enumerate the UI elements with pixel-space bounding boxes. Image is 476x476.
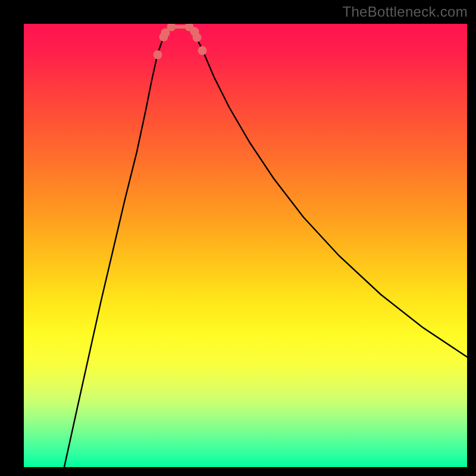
plot-area xyxy=(24,24,467,467)
marker-dot xyxy=(198,46,207,55)
curve-layer xyxy=(24,24,467,467)
watermark-text: TheBottleneck.com xyxy=(342,4,468,20)
marker-dot xyxy=(154,51,162,60)
bottleneck-curve-right xyxy=(189,27,467,357)
chart-frame: TheBottleneck.com xyxy=(0,0,476,476)
bottleneck-curve-left xyxy=(64,27,171,467)
marker-dot xyxy=(193,33,202,42)
